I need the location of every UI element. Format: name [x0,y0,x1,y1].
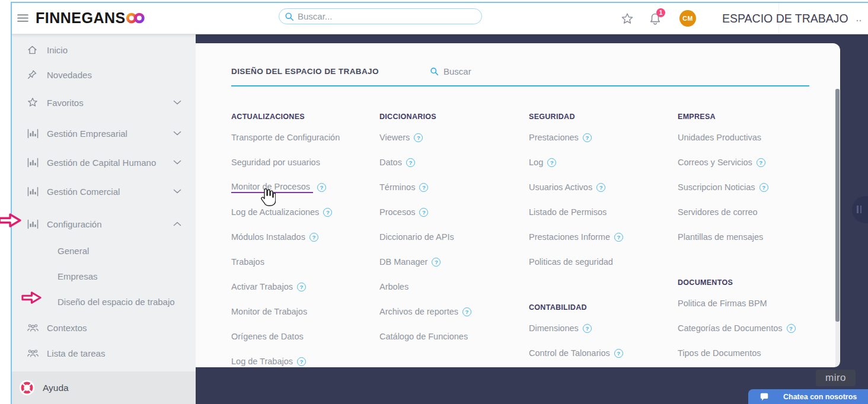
menu-link[interactable]: Monitor de Trabajos [231,307,307,316]
menu-link[interactable]: Módulos Instalados [231,232,305,242]
panel-scrollbar-thumb[interactable] [835,89,840,322]
menu-link[interactable]: Suscripcion Noticias [678,182,755,192]
home-icon [27,44,40,56]
menu-row: Unidades Productivas [678,125,821,150]
sidebar-item-label: Diseño del espacio de trabajo [58,297,175,307]
sidebar-item-novedades[interactable]: Novedades [12,62,196,87]
help-icon[interactable]: ? [757,158,765,167]
menu-row: Log? [529,150,672,175]
menu-link[interactable]: Unidades Productivas [678,133,761,142]
user-avatar[interactable]: CM [679,10,696,27]
hamburger-menu-icon[interactable] [17,14,28,23]
menu-link[interactable]: Usuarios Activos [529,182,592,192]
help-icon[interactable]: ? [297,283,306,291]
menu-row: Prestaciones Informe? [529,225,672,249]
menu-row: Usuarios Activos? [529,175,672,200]
chat-button[interactable]: Chatea con nosotros [748,389,868,404]
menu-link[interactable]: Viewers [379,133,410,142]
sidebar-item-configuracion[interactable]: Configuración [12,211,196,236]
menu-link[interactable]: Correos y Servicios [678,158,752,167]
help-icon[interactable]: ? [414,133,423,142]
help-icon[interactable]: ? [614,233,623,242]
menu-link[interactable]: Procesos [379,207,415,217]
menu-link[interactable]: Datos [379,158,402,167]
menu-link[interactable]: Listado de Permisos [529,207,607,217]
chevron-down-icon[interactable] [173,189,181,194]
menu-link[interactable]: Servidores de correo [678,207,758,217]
help-icon[interactable]: ? [583,133,592,142]
menu-link[interactable]: Archivos de reportes [379,307,458,316]
help-icon[interactable]: ? [419,208,428,217]
chevron-down-icon[interactable] [173,160,181,165]
help-icon[interactable]: ? [787,324,796,333]
menu-link[interactable]: Tipos de Documentos [678,348,761,358]
sidebar-item-gestion-comercial[interactable]: Gestión Comercial [12,179,196,204]
menu-link[interactable]: Log de Actualizaciones [231,207,319,217]
favorites-star-icon[interactable] [620,12,634,26]
overflow-menu-dots[interactable]: .. [856,14,862,23]
menu-link[interactable]: Politicas de seguridad [529,257,613,267]
sidebar-item-favoritos[interactable]: Favoritos [12,90,196,115]
help-icon[interactable]: ? [432,258,441,267]
menu-link[interactable]: Trabajos [231,257,264,267]
help-icon[interactable]: ? [309,233,318,242]
miro-watermark[interactable]: miro [816,370,856,386]
notification-badge[interactable]: 1 [656,8,665,17]
global-search-input[interactable]: Buscar... [279,8,482,24]
sidebar-item-ayuda[interactable]: Ayuda [12,371,196,404]
help-icon[interactable]: ? [547,158,556,167]
sidebar-item-inicio[interactable]: Inicio [12,37,196,62]
menu-link[interactable]: Orígenes de Datos [231,332,304,341]
help-icon[interactable]: ? [406,158,415,167]
menu-link[interactable]: Arboles [379,282,409,291]
menu-row: Correos y Servicios? [678,150,821,175]
chart-icon [27,218,40,230]
sidebar-item-label: General [58,246,89,256]
sidebar-item-gestion-de-capital-humano[interactable]: Gestión de Capital Humano [12,150,196,175]
menu-link[interactable]: Diccionario de APIs [379,232,454,242]
top-bar: FINNEGANS Buscar... 1 CM ESP [12,3,868,34]
menu-link[interactable]: Transporte de Configuración [231,133,340,142]
chevron-up-icon[interactable] [173,222,181,227]
panel-search-input[interactable]: Buscar [430,66,471,76]
sidebar-item-empresas[interactable]: Empresas [12,264,196,288]
help-icon[interactable]: ? [317,183,326,192]
menu-link[interactable]: Catálogo de Funciones [379,332,468,341]
sidebar-item-lista-de-tareas[interactable]: Lista de tareas [12,341,196,365]
help-icon[interactable]: ? [614,349,623,358]
sidebar-item-label: Gestión Empresarial [47,129,127,139]
menu-link[interactable]: Dimensiones [529,323,579,333]
menu-link[interactable]: Control de Talonarios [529,348,610,358]
panel-column-3: SEGURIDADPrestaciones?Log?Usuarios Activ… [529,111,672,365]
help-icon[interactable]: ? [462,307,471,316]
sidebar-item-contextos[interactable]: Contextos [12,315,196,340]
sidebar-item-label: Novedades [47,70,92,80]
help-icon[interactable]: ? [760,183,768,192]
menu-link[interactable]: Politica de Firmas BPM [678,299,767,308]
sidebar-item-general[interactable]: General [12,238,196,263]
menu-link[interactable]: Log [529,158,543,167]
menu-link[interactable]: Categorías de Documentos [678,323,783,333]
menu-link[interactable]: Plantillas de mensajes [678,232,763,242]
menu-link[interactable]: Términos [379,182,415,192]
menu-link[interactable]: Seguridad por usuarios [231,158,320,167]
help-icon[interactable]: ? [323,208,332,217]
menu-row: Módulos Instalados? [231,225,375,249]
help-icon[interactable]: ? [583,324,592,333]
menu-link[interactable]: Prestaciones Informe [529,232,610,242]
chat-bubble-icon [760,393,769,401]
panel-title: DISEÑO DEL ESPACIO DE TRABAJO [231,67,379,76]
finnegans-logo[interactable]: FINNEGANS [36,9,126,27]
help-icon[interactable]: ? [596,183,605,192]
menu-link[interactable]: Log de Trabajos [231,357,293,366]
help-icon[interactable]: ? [297,357,306,366]
panel-section: ACTUALIZACIONESTransporte de Configuraci… [231,111,375,367]
chevron-down-icon[interactable] [173,100,181,105]
help-icon[interactable]: ? [419,183,428,192]
sidebar-item-gestion-empresarial[interactable]: Gestión Empresarial [12,121,196,146]
menu-link[interactable]: DB Manager [379,257,427,267]
menu-row: Monitor de Procesos? [231,175,375,200]
menu-link[interactable]: Activar Trabajos [231,282,293,291]
chevron-down-icon[interactable] [173,131,181,136]
menu-link[interactable]: Prestaciones [529,133,579,142]
